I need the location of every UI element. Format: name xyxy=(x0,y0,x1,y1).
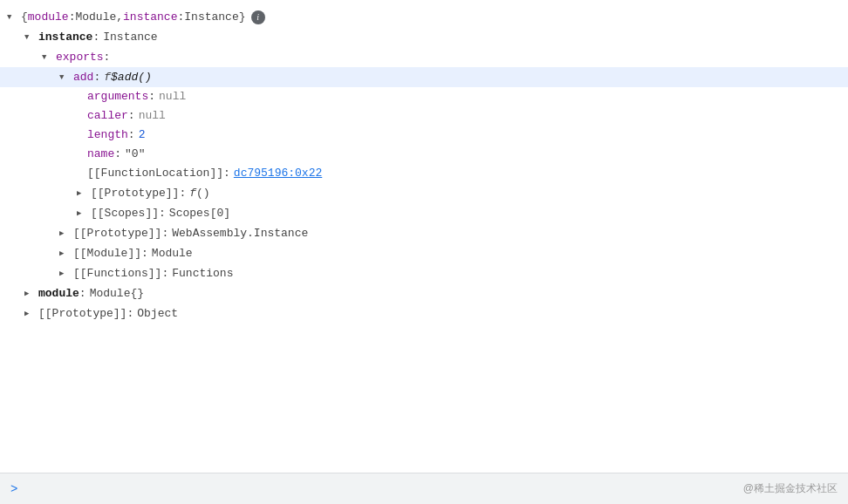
tree-line: [[Functions]]: Functions xyxy=(0,263,848,283)
val-normal-span: [[Functions]] xyxy=(73,265,161,283)
val-link-span[interactable]: dc795196:0x22 xyxy=(234,165,322,182)
punctuation-span: { xyxy=(21,9,28,26)
val-normal-span: Instance xyxy=(184,9,238,26)
tree-line: arguments: null xyxy=(0,87,848,106)
punctuation-span: {} xyxy=(130,285,144,303)
bottom-bar: > @稀土掘金技术社区 xyxy=(0,473,848,504)
colon-span: : xyxy=(141,245,148,262)
toggle-expanded[interactable] xyxy=(7,8,17,26)
toggle-collapsed[interactable] xyxy=(59,244,70,262)
tree-line: module: Module {} xyxy=(0,283,848,303)
toggle-expanded[interactable] xyxy=(42,48,52,66)
console-panel: {module: Module, instance: Instance}iins… xyxy=(0,0,848,504)
val-number-span: 2 xyxy=(139,126,146,144)
val-normal-span: Module xyxy=(90,285,131,303)
colon-span: : xyxy=(161,225,168,242)
val-normal-span: Instance xyxy=(103,29,157,46)
key-instance-span: instance xyxy=(123,9,177,26)
val-normal-span: [[FunctionLocation]] xyxy=(87,165,223,182)
val-normal-span: [[Prototype]] xyxy=(38,305,127,323)
toggle-expanded[interactable] xyxy=(24,28,35,46)
toggle-collapsed[interactable] xyxy=(24,284,35,303)
colon-span: : xyxy=(128,107,135,125)
colon-span: : xyxy=(159,205,166,222)
val-normal-span: WebAssembly.Instance xyxy=(172,225,308,242)
key-purple-span: name xyxy=(87,146,114,163)
val-normal-span: Scopes[0] xyxy=(169,205,230,222)
f-italic-span: f xyxy=(104,69,111,86)
val-normal-span: () xyxy=(196,185,210,202)
punctuation-span: : xyxy=(69,9,76,26)
key-purple-span: exports xyxy=(56,49,104,66)
tree-line: [[Module]]: Module xyxy=(0,243,848,263)
tree-line: exports: xyxy=(0,47,848,67)
toggle-collapsed[interactable] xyxy=(59,224,70,242)
key-purple-span: arguments xyxy=(87,88,148,106)
key-bold-span: instance xyxy=(38,29,92,46)
prompt-arrow[interactable]: > xyxy=(10,482,17,496)
tree-line: caller: null xyxy=(0,106,848,126)
tree-line: length: 2 xyxy=(0,126,848,145)
val-normal-span: Module xyxy=(152,245,193,262)
colon-span: : xyxy=(127,305,133,323)
colon-span: : xyxy=(161,265,168,283)
key-purple-span: caller xyxy=(87,107,128,125)
colon-span: : xyxy=(223,165,230,182)
val-normal-span: [[Scopes]] xyxy=(91,205,159,222)
key-add-span: add xyxy=(73,69,93,86)
colon-span: : xyxy=(128,126,135,144)
val-normal-span: Functions xyxy=(172,265,233,283)
tree-line: {module: Module, instance: Instance}i xyxy=(0,7,848,27)
tree-line: name: "0" xyxy=(0,145,848,164)
toggle-collapsed[interactable] xyxy=(77,184,87,202)
val-normal-span: Module xyxy=(75,9,116,26)
tree-line: instance: Instance xyxy=(0,27,848,47)
val-string-span: "0" xyxy=(125,146,145,163)
val-null-span: null xyxy=(139,107,166,125)
val-normal-span: Object xyxy=(137,305,178,323)
key-module-span: module xyxy=(28,9,69,26)
key-bold-span: module xyxy=(38,285,79,303)
f-italic-span: f xyxy=(189,185,196,202)
val-normal-span: [[Prototype]] xyxy=(91,185,179,202)
tree-line: [[Prototype]]: f () xyxy=(0,183,848,203)
toggle-expanded[interactable] xyxy=(59,68,70,86)
toggle-collapsed[interactable] xyxy=(77,204,87,222)
colon-span: : xyxy=(104,49,111,66)
tree-line: [[Prototype]]: Object xyxy=(0,303,848,324)
val-function-span: $add() xyxy=(111,69,152,86)
tree-line: [[Prototype]]: WebAssembly.Instance xyxy=(0,223,848,243)
toggle-collapsed[interactable] xyxy=(59,264,70,283)
colon-span: : xyxy=(92,29,99,46)
key-purple-span: length xyxy=(87,126,128,144)
punctuation-span: : xyxy=(177,9,184,26)
toggle-collapsed[interactable] xyxy=(24,304,35,323)
val-null-span: null xyxy=(159,88,186,106)
colon-span: : xyxy=(93,69,100,86)
punctuation-span: , xyxy=(116,9,123,26)
tree-container: {module: Module, instance: Instance}iins… xyxy=(0,7,848,324)
tree-line: add: f $add() xyxy=(0,67,848,87)
val-normal-span: [[Prototype]] xyxy=(73,225,161,242)
tree-line: [[Scopes]]: Scopes[0] xyxy=(0,203,848,223)
colon-span: : xyxy=(148,88,155,106)
info-badge[interactable]: i xyxy=(251,10,265,24)
colon-span: : xyxy=(79,285,86,303)
val-normal-span: [[Module]] xyxy=(73,245,141,262)
watermark: @稀土掘金技术社区 xyxy=(743,481,838,496)
tree-line: [[FunctionLocation]]: dc795196:0x22 xyxy=(0,164,848,183)
colon-span: : xyxy=(114,146,121,163)
punctuation-span: } xyxy=(239,9,246,26)
colon-span: : xyxy=(179,185,186,202)
